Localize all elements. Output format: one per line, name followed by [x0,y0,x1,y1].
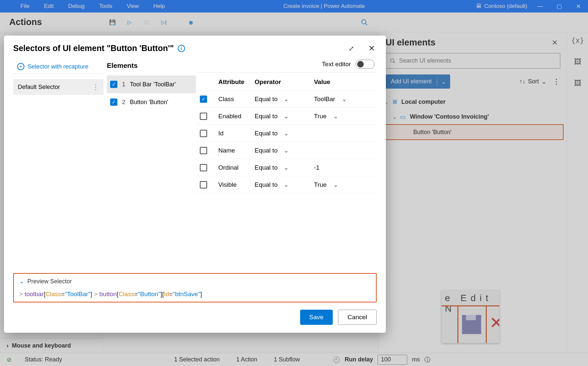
chevron-down-icon[interactable]: ⌄ [284,112,289,120]
chevron-down-icon[interactable]: ⌄ [284,129,289,137]
search-icon[interactable] [356,14,373,31]
actions-group-mouse-keyboard[interactable]: › Mouse and keyboard [0,338,103,353]
attribute-row[interactable]: EnabledEqual to⌄True⌄ [196,108,377,125]
images-icon[interactable]: 🖼 [574,79,581,87]
element-label: Tool Bar 'ToolBar' [130,81,176,88]
environment-label: Contoso (default) [484,3,527,10]
sort-label: Sort [528,78,539,85]
run-delay-input[interactable] [378,355,407,365]
checkbox-icon[interactable] [110,99,117,106]
attr-operator[interactable]: Equal to [255,147,278,154]
attr-name: Name [218,147,255,154]
attribute-row[interactable]: ClassEqual to⌄ToolBar⌄ [196,91,377,108]
menu-view[interactable]: View [120,3,146,10]
attr-operator[interactable]: Equal to [255,130,278,137]
cancel-button[interactable]: Cancel [338,310,377,325]
checkbox-icon[interactable] [200,181,207,188]
environment-picker[interactable]: 🏛 Contoso (default) [476,3,531,10]
minimize-button[interactable]: — [531,0,550,13]
add-ui-element-button[interactable]: Add UI element ⌄ [386,74,450,89]
window-icon: ▭ [400,113,407,121]
run-delay-label: Run delay [345,356,373,363]
checkbox-icon[interactable] [110,81,117,88]
save-icon[interactable]: 💾 [109,19,116,26]
text-editor-toggle[interactable] [356,60,375,69]
menu-edit[interactable]: Edit [37,3,61,10]
info-icon[interactable]: i [178,45,185,52]
attr-operator[interactable]: Equal to [255,164,278,171]
attr-operator[interactable]: Equal to [255,96,278,103]
menu-debug[interactable]: Debug [61,3,92,10]
chevron-down-icon[interactable]: ⌄ [333,181,338,188]
thumbnail-text: e Edit N [445,293,499,314]
attributes-panel: Text editor Attribute Operator Value Cla… [196,60,377,270]
svg-line-3 [393,62,395,63]
attr-operator[interactable]: Equal to [255,113,278,120]
close-panel-button[interactable]: ✕ [549,39,560,47]
step-icon[interactable]: ▷| [160,19,168,26]
ui-elements-title: UI elements [386,38,549,48]
chevron-right-icon: › [7,342,9,349]
expand-icon[interactable]: ⤢ [346,44,356,52]
chevron-down-icon[interactable]: ⌄ [284,95,289,103]
save-button[interactable]: Save [300,310,333,325]
chevron-down-icon[interactable]: ⌄ [284,164,289,171]
x-icon: ✕ [489,313,499,332]
col-attribute: Attribute [218,78,255,86]
elements-header: Elements [107,62,196,70]
main-menu: File Edit Debug Tools View Help [0,3,172,10]
attribute-row[interactable]: NameEqual to⌄ [196,142,377,159]
element-row-button[interactable]: 2 Button 'Button' [107,93,196,111]
tree-leaf-label: Button 'Button' [403,129,451,136]
right-rail: {x} 🖾 🖼 [567,32,588,353]
checkbox-icon[interactable] [200,113,207,120]
menu-help[interactable]: Help [146,3,172,10]
ui-elements-icon[interactable]: 🖾 [574,58,581,66]
sort-button[interactable]: ↑↓ Sort ⌄ [519,78,546,85]
preview-selector-toggle[interactable]: ⌄ Preview Selector [19,278,371,285]
selector-item-default[interactable]: Default Selector ⋮ [13,79,104,95]
flow-toolbar: 💾 ▷ □ ▷| ◉ [103,19,195,26]
tree-root[interactable]: ⌄ 🖥 Local computer [382,95,564,109]
more-icon[interactable]: ⋮ [92,83,99,91]
info-icon[interactable]: ⓘ [424,356,430,364]
chevron-down-icon[interactable]: ⌄ [437,78,450,85]
attribute-row[interactable]: VisibleEqual to⌄True⌄ [196,176,377,193]
record-icon[interactable]: ◉ [187,19,195,26]
checkbox-icon[interactable] [200,164,207,171]
environment-icon: 🏛 [476,3,482,10]
attribute-row[interactable]: OrdinalEqual to⌄-1 [196,159,377,176]
attr-name: Id [218,130,255,137]
attribute-row[interactable]: IdEqual to⌄ [196,125,377,142]
attr-operator[interactable]: Equal to [255,181,278,188]
checkbox-icon[interactable] [200,130,207,137]
tree-selected-element[interactable]: Button 'Button' [382,124,564,140]
selector-with-recapture-button[interactable]: + Selector with recapture [13,60,104,74]
chevron-down-icon[interactable]: ⌄ [284,147,289,154]
checkbox-icon[interactable] [200,147,207,154]
preview-selector-text: > toolbar[Class="ToolBar"] > button[Clas… [19,290,371,298]
chevron-down-icon[interactable]: ⌄ [333,112,338,120]
close-dialog-button[interactable]: ✕ [367,44,377,53]
tree-window[interactable]: ⌄ ▭ Window 'Contoso Invoicing' [382,109,564,124]
menu-file[interactable]: File [13,3,37,10]
maximize-button[interactable]: ▢ [550,0,569,13]
more-options-button[interactable]: ⋮ [552,77,560,86]
stop-icon[interactable]: □ [143,19,150,26]
variables-icon[interactable]: {x} [571,36,584,44]
run-icon[interactable]: ▷ [126,19,133,26]
computer-icon: 🖥 [391,99,398,105]
attr-value[interactable]: -1 [314,164,320,171]
search-ui-elements-input[interactable]: Search UI elements [386,53,560,69]
attr-name: Visible [218,181,255,188]
close-window-button[interactable]: ✕ [569,0,588,13]
element-row-toolbar[interactable]: 1 Tool Bar 'ToolBar' [107,75,196,93]
chevron-down-icon[interactable]: ⌄ [284,181,289,188]
recapture-label: Selector with recapture [28,63,88,70]
menu-tools[interactable]: Tools [92,3,120,10]
attr-value[interactable]: ToolBar [314,96,335,103]
checkbox-icon[interactable] [200,96,207,103]
attr-value[interactable]: True [314,113,326,120]
attr-value[interactable]: True [314,181,326,188]
chevron-down-icon[interactable]: ⌄ [342,95,347,103]
